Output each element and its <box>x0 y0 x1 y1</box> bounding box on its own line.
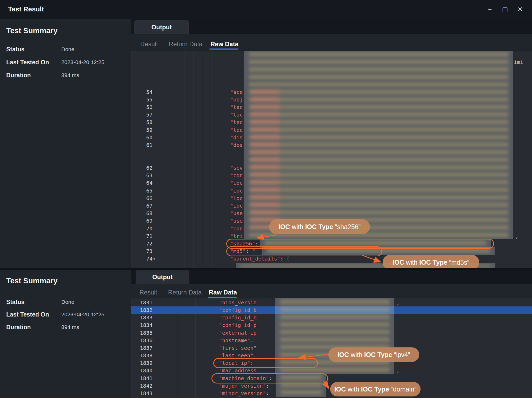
duration-value: 894 ms <box>61 324 79 330</box>
callout-text: with <box>349 351 364 359</box>
code-fragment-comma: , <box>515 232 518 240</box>
summary-row: Status Done <box>6 46 128 54</box>
status-label: Status <box>6 299 24 305</box>
title-bar: Test Result − ▢ ✕ <box>0 0 532 19</box>
maximize-button[interactable]: ▢ <box>501 6 509 13</box>
tab-output[interactable]: Output <box>134 20 189 34</box>
minimize-icon: − <box>488 6 492 13</box>
code-punct: : <box>253 352 256 359</box>
code-key: "parent_details" <box>230 256 280 262</box>
status-label: Status <box>6 46 24 53</box>
redaction-blur <box>244 51 513 239</box>
callout-text: IOC Type <box>419 259 447 266</box>
code-key: "config_id_b <box>219 314 257 321</box>
line-number: 1835 <box>131 329 156 337</box>
last-tested-value: 2023-04-20 12:25 <box>61 311 104 318</box>
tab-return-data[interactable]: Return Data <box>169 40 202 48</box>
code-text: "config_id_p <box>219 321 257 329</box>
code-text: "tac <box>230 111 243 119</box>
callout-text: with <box>404 259 419 266</box>
callout-text: IOC <box>334 386 346 393</box>
code-key: "tec <box>230 119 243 125</box>
status-value: Done <box>61 299 74 305</box>
code-key: "config_id_b <box>219 307 257 313</box>
code-text: "ioc <box>230 179 243 187</box>
code-key: "last_seen" <box>219 352 253 359</box>
minimize-button[interactable]: − <box>486 6 494 13</box>
code-key: "hostname" <box>219 337 250 344</box>
maximize-icon: ▢ <box>502 6 508 13</box>
line-number: 70 <box>131 225 156 232</box>
summary-row: Last Tested On 2023-04-20 12:25 <box>6 311 128 319</box>
duration-label: Duration <box>6 72 31 79</box>
code-fragment: imi <box>514 58 523 66</box>
line-number: 60 <box>131 134 156 141</box>
window-title: Test Result <box>8 5 44 13</box>
code-fragment-comma: , <box>396 367 400 374</box>
test-result-panel-bottom: Test Summary Status Done Last Tested On … <box>0 270 532 398</box>
callout-text: “md5s” <box>447 259 469 266</box>
code-key: "tac <box>230 104 243 110</box>
test-result-window: Test Result − ▢ ✕ Test Summary Status Do… <box>0 0 532 398</box>
callout-text: IOC <box>393 259 404 266</box>
code-key: "sev <box>230 165 243 171</box>
tab-result[interactable]: Result <box>140 40 158 48</box>
summary-row: Status Done <box>6 299 128 306</box>
line-number: 61 <box>131 141 156 149</box>
code-key: "obj <box>230 97 243 103</box>
code-text: "tec <box>230 119 243 126</box>
tab-output[interactable]: Output <box>136 270 189 284</box>
line-number: 1836 <box>131 337 156 344</box>
line-number: 74 <box>131 255 156 263</box>
code-line-machine-domain[interactable]: 1841"machine_domain": <box>131 375 532 382</box>
code-key: "sce <box>230 89 243 95</box>
line-number: 64 <box>131 179 156 187</box>
code-text: "config_id_b <box>219 306 257 314</box>
code-key: "con <box>230 172 243 179</box>
tab-return-data[interactable]: Return Data <box>168 289 202 296</box>
code-text: "dis <box>230 134 243 141</box>
line-number: 71 <box>131 232 156 240</box>
code-text: "config_id_b <box>219 314 257 321</box>
line-number: 57 <box>131 111 156 119</box>
code-text: "tac <box>230 104 243 111</box>
code-text: "ioc <box>230 195 243 202</box>
code-punct: : <box>266 390 269 396</box>
tab-raw-data[interactable]: Raw Data <box>210 40 238 48</box>
code-key: "dis <box>230 134 243 141</box>
summary-row: Last Tested On 2023-04-20 12:25 <box>6 59 128 67</box>
callout-text: IOC Type <box>361 386 389 393</box>
code-text: "bios_versio <box>219 299 257 306</box>
callout-text: with <box>346 386 361 393</box>
code-text: "hostname": <box>219 337 253 344</box>
collapse-caret-icon[interactable]: ▾ <box>153 255 155 263</box>
code-key: "first_seen" <box>219 345 257 351</box>
code-punct: : <box>266 383 269 389</box>
tab-result[interactable]: Result <box>139 289 157 296</box>
callout-text: IOC <box>337 351 349 359</box>
window-controls: − ▢ ✕ <box>486 0 532 19</box>
last-tested-value: 2023-04-20 12:25 <box>61 59 104 65</box>
line-number: 58 <box>131 119 156 126</box>
code-key: "mac_address <box>219 367 257 374</box>
code-punct: : { <box>280 256 290 262</box>
callout-text: IOC <box>278 223 290 231</box>
callout-text: IOC Type <box>305 223 333 231</box>
test-result-panel-top: Test Summary Status Done Last Tested On … <box>0 19 532 268</box>
code-text: "minor_version": <box>219 390 269 397</box>
line-number: 1841 <box>131 375 156 382</box>
tab-strip <box>131 270 532 284</box>
code-key: "ioc <box>230 195 243 201</box>
line-number: 65 <box>131 187 156 195</box>
callout-text: IOC Type <box>364 351 392 359</box>
code-fragment-comma: , <box>396 299 400 306</box>
code-key: "tri <box>230 233 243 239</box>
test-summary-title: Test Summary <box>6 277 58 285</box>
line-number: 1834 <box>131 321 156 329</box>
code-key: "ioc <box>230 188 243 194</box>
code-text: "sce <box>230 88 243 96</box>
tab-raw-data[interactable]: Raw Data <box>209 289 237 296</box>
close-button[interactable]: ✕ <box>516 6 524 13</box>
code-key: "use <box>230 210 243 216</box>
code-key: "tac <box>230 112 243 118</box>
